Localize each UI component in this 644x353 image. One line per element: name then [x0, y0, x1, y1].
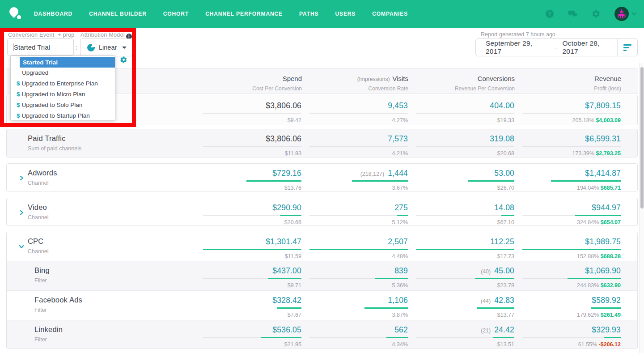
report-filter-icon[interactable]	[618, 44, 637, 51]
user-avatar[interactable]	[614, 7, 629, 21]
scrollbar-track[interactable]	[639, 63, 644, 353]
nav-item-users[interactable]: USERS	[335, 11, 356, 17]
revenue-cell: $6,599.31 173.39% $2,793.25	[522, 134, 621, 157]
dollar-icon: $	[17, 102, 20, 108]
nav-item-channel-performance[interactable]: CHANNEL PERFORMANCE	[205, 11, 283, 17]
spend-cell: $328.42 $7.67	[203, 296, 301, 320]
header-conversions: Conversions Revenue Per Conversion	[416, 75, 515, 94]
dollar-icon: $	[17, 91, 20, 98]
top-nav: DASHBOARD CHANNEL BUILDER COHORT CHANNEL…	[0, 0, 644, 28]
date-range-value: September 29, 2017 – October 28, 2017	[476, 39, 617, 55]
spend-cell: $729.16 $13.76	[203, 169, 301, 191]
chevron-down-icon[interactable]	[19, 243, 24, 251]
conversion-event-input[interactable]: Started Trial	[7, 38, 74, 55]
conversion-event-label: Conversion Event + prop	[8, 32, 75, 38]
attribution-model-select[interactable]: Linear	[80, 38, 132, 56]
caret-down-icon	[122, 47, 127, 49]
visits-cell: 275 5.12%	[309, 203, 408, 225]
revenue-cell: $329.93 61.55% -$206.12	[522, 325, 621, 349]
row-video[interactable]: Video Channel $290.90 $20.66 275 5.12% 1…	[6, 198, 638, 226]
conversions-cell: (44)42.83 $13.77	[416, 296, 514, 320]
conversions-cell: (21)24.42 $13.51	[416, 325, 514, 349]
nav-item-cohort[interactable]: COHORT	[163, 11, 189, 17]
row-facebook-ads[interactable]: Facebook Ads Filter $328.42 $7.67 1,106 …	[7, 290, 637, 320]
row-bing[interactable]: Bing Filter $437.00 $9.71 839 5.36% (40)…	[7, 261, 637, 290]
add-prop-button[interactable]: + prop	[58, 32, 75, 38]
conversions-cell: 14.08 $67.10	[416, 203, 514, 225]
nav-item-companies[interactable]: COMPANIES	[372, 11, 408, 17]
report-generated-note: Report generated 7 hours ago	[481, 31, 555, 38]
dollar-icon: $	[17, 80, 20, 87]
nav-item-dashboard[interactable]: DASHBOARD	[34, 11, 72, 17]
spend-cell: $290.90 $20.66	[203, 203, 301, 225]
row-cpc[interactable]: CPC Channel $1,301.47 $11.59 2,507 4.48%…	[7, 232, 637, 261]
chevron-down-icon[interactable]	[631, 12, 637, 16]
settings-gear-icon[interactable]	[591, 9, 601, 19]
spend-cell: $437.00 $9.71	[203, 266, 301, 290]
revenue-cell: $7,809.15 205.18% $4,003.09	[522, 101, 621, 123]
dropdown-option-enterprise[interactable]: $Upgraded to Enterprise Plan	[11, 78, 115, 89]
header-visits: (Impressions)Visits Conversion Rate	[310, 75, 408, 94]
visits-cell: 562 4.34%	[309, 325, 408, 349]
visits-cell: 7,573 4.21%	[309, 134, 408, 157]
nav-item-paths[interactable]: PATHS	[299, 11, 318, 17]
metric-gear-icon[interactable]	[120, 56, 127, 65]
app-logo-icon[interactable]	[8, 6, 23, 21]
visits-cell: 839 5.36%	[309, 266, 408, 290]
filter-separator: :	[76, 44, 77, 51]
revenue-cell: $1,989.75 152.88% $688.28	[522, 237, 621, 261]
conversions-cell: 53.00 $26.70	[416, 169, 514, 191]
spend-cell: $1,301.47 $11.59	[203, 237, 301, 261]
spend-cell: $3,806.06 $11.93	[203, 134, 301, 157]
user-menu[interactable]	[614, 7, 637, 21]
revenue-cell: $1,414.87 194.04% $685.71	[522, 169, 621, 191]
svg-text:?: ?	[548, 11, 551, 17]
row-linkedin[interactable]: Linkedin Filter $536.05 $21.95 562 4.34%…	[7, 320, 637, 349]
text-cursor	[13, 43, 13, 51]
header-spend: Spend Cost Per Conversion	[203, 75, 302, 94]
visits-cell: 9,453 4.27%	[309, 101, 408, 123]
header-revenue: Revenue Profit (loss)	[523, 75, 621, 94]
row-adwords[interactable]: Adwords Channel $729.16 $13.76 (218,127)…	[6, 163, 638, 191]
scrollbar-thumb[interactable]	[640, 67, 644, 208]
nav-menu: DASHBOARD CHANNEL BUILDER COHORT CHANNEL…	[34, 11, 408, 17]
revenue-cell: $1,069.90 244.83% $632.90	[522, 266, 621, 290]
revenue-cell: $589.92 179.62% $261.49	[522, 296, 621, 320]
pie-chart-icon	[86, 43, 96, 52]
visits-cell: (218,127)1,444 3.67%	[309, 169, 408, 191]
spend-cell: $3,806.06 $9.42	[203, 101, 301, 123]
revenue-cell: $944.97 324.84% $654.07	[522, 203, 621, 225]
dropdown-option-startup[interactable]: $Upgraded to Startup Plan	[11, 111, 115, 121]
nav-item-channel-builder[interactable]: CHANNEL BUILDER	[89, 11, 147, 17]
chat-icon[interactable]	[568, 9, 578, 19]
dollar-icon: $	[17, 112, 20, 119]
help-icon[interactable]: ?	[545, 9, 555, 19]
dropdown-option-started-trial[interactable]: Started Trial	[20, 57, 115, 68]
conversions-cell: 319.08 $20.68	[416, 134, 514, 157]
visits-cell: 1,106 3.87%	[309, 296, 408, 320]
dropdown-option-upgraded[interactable]: Upgraded	[11, 68, 115, 78]
chevron-right-icon[interactable]	[19, 209, 24, 217]
row-cpc-group: CPC Channel $1,301.47 $11.59 2,507 4.48%…	[6, 232, 638, 349]
date-range-picker[interactable]: September 29, 2017 – October 28, 2017	[475, 38, 638, 56]
chevron-right-icon[interactable]	[19, 174, 24, 183]
row-paid-traffic[interactable]: Paid Traffic Sum of paid channels $3,806…	[6, 129, 638, 157]
dropdown-option-micro[interactable]: $Upgraded to Micro Plan	[11, 89, 115, 100]
spend-cell: $536.05 $21.95	[203, 325, 301, 349]
conversion-event-dropdown: Started Trial Upgraded $Upgraded to Ente…	[10, 55, 115, 120]
conversions-cell: 404.00 $19.33	[416, 101, 514, 123]
nav-right-icons: ?	[545, 7, 644, 21]
dropdown-option-solo[interactable]: $Upgraded to Solo Plan	[11, 100, 115, 111]
conversions-cell: 112.25 $17.73	[416, 237, 514, 261]
conversions-cell: (40)45.00 $23.78	[416, 266, 514, 290]
visits-cell: 2,507 4.48%	[309, 237, 408, 261]
